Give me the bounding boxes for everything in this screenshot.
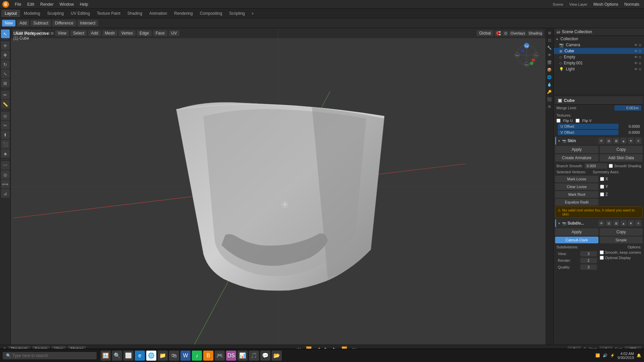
tool-shrink[interactable]: ◎ [1, 170, 10, 179]
tool-loop-cut[interactable]: ⊙ [1, 112, 10, 120]
flip-u-checkbox[interactable] [556, 119, 560, 123]
empty-sel-icon[interactable]: ⊙ [639, 55, 641, 59]
tool-smooth[interactable]: 〰 [1, 161, 10, 170]
tab-texture-paint[interactable]: Texture Paint [94, 10, 124, 17]
viewport[interactable]: Edit Mode ⊞ ⊟ ⊠ View Select Add Mesh Ver… [11, 28, 545, 345]
tool-extrude[interactable]: ⬆ [1, 130, 10, 139]
menu-file[interactable]: File [12, 1, 24, 7]
tool-inset[interactable]: ⬛ [1, 140, 10, 148]
taskbar-search-app[interactable]: 🔍 [112, 351, 122, 361]
rs-icon-5[interactable]: 🎬 [546, 59, 553, 66]
menu-mesh-options[interactable]: Mesh Options [591, 1, 621, 7]
skin-up-btn[interactable]: ▲ [621, 138, 627, 144]
outliner-item-cube[interactable]: ▣ Cube 👁 ⊙ [554, 48, 644, 54]
tool-scale[interactable]: ⤡ [1, 69, 10, 78]
tool-bevel[interactable]: ◈ [1, 149, 10, 158]
clear-loose-btn[interactable]: Clear Loose [555, 183, 598, 190]
tool-shear[interactable]: ⊿ [1, 189, 10, 198]
rs-icon-1[interactable]: ⊞ [546, 29, 553, 36]
subdiv-viewport-btn[interactable]: ⊞ [606, 220, 612, 226]
tab-add[interactable]: + [249, 9, 257, 17]
tool-rotate[interactable]: ↻ [1, 60, 10, 69]
tool-transform[interactable]: ⊞ [1, 79, 10, 87]
tab-sculpting[interactable]: Sculpting [44, 10, 67, 17]
taskbar-other2[interactable]: 📊 [237, 351, 248, 361]
simple-btn[interactable]: Simple [600, 237, 643, 243]
taskbar-spotify[interactable]: ♪ [192, 351, 202, 361]
empty001-sel-icon[interactable]: ⊙ [639, 61, 641, 65]
network-icon[interactable]: 📶 [595, 353, 600, 358]
difference-button[interactable]: Difference [52, 20, 76, 26]
rs-icon-7[interactable]: 🌐 [546, 74, 553, 80]
tab-uv-editing[interactable]: UV Editing [67, 10, 93, 17]
outliner-item-camera[interactable]: 📷 Camera 👁 ⊙ [554, 42, 644, 48]
taskbar-other1[interactable]: 🎮 [215, 351, 225, 361]
menu-help[interactable]: Help [77, 1, 91, 7]
taskbar-other4[interactable]: 💬 [260, 351, 270, 361]
quality-value[interactable]: 3 [580, 264, 597, 270]
y-axis-checkbox[interactable] [600, 185, 604, 189]
rs-icon-10[interactable]: ⬛ [546, 96, 553, 103]
mark-root-btn[interactable]: Mark Root [555, 191, 598, 198]
taskbar-other3[interactable]: 🎵 [249, 351, 259, 361]
subdiv-close-btn[interactable]: ✕ [635, 220, 641, 226]
outliner-item-empty001[interactable]: ◇ Empty.001 👁 ⊙ [554, 60, 644, 66]
rs-icon-2[interactable]: ⊡ [546, 37, 553, 44]
notification-icon[interactable]: 🔔 [637, 353, 641, 358]
rs-icon-11[interactable]: ⚙ [546, 103, 553, 110]
subdiv-apply-btn[interactable]: Apply [555, 228, 598, 236]
tool-measure[interactable]: 📏 [1, 100, 10, 109]
view-value[interactable]: 3 [580, 251, 597, 256]
skin-eye-btn[interactable]: 👁 [598, 138, 604, 144]
skin-close-btn[interactable]: ✕ [635, 138, 641, 144]
cube-sel-icon[interactable]: ⊙ [639, 49, 641, 53]
subdiv-eye-btn[interactable]: 👁 [598, 220, 604, 226]
skin-down-btn[interactable]: ▼ [628, 138, 634, 144]
tool-select[interactable]: ↖ [1, 29, 10, 38]
taskbar-chrome[interactable]: 🌐 [146, 351, 156, 361]
tool-move[interactable]: ✥ [1, 51, 10, 59]
subdiv-down-btn[interactable]: ▼ [628, 220, 634, 226]
new-button[interactable]: New [2, 20, 15, 26]
taskbar-ds[interactable]: DS [226, 351, 236, 361]
menu-window[interactable]: Window [57, 1, 76, 7]
skin-viewport-btn[interactable]: ⊞ [606, 138, 612, 144]
mark-loose-btn[interactable]: Mark Loose [555, 176, 598, 182]
rs-icon-8[interactable]: 💧 [546, 81, 553, 88]
tab-shading[interactable]: Shading [124, 10, 146, 17]
intersect-button[interactable]: Intersect [77, 20, 98, 26]
create-armature-btn[interactable]: Create Armature [555, 154, 598, 162]
taskbar-explorer[interactable]: 🪟 [101, 351, 111, 361]
skin-copy-btn[interactable]: Copy [600, 146, 643, 153]
subdiv-up-btn[interactable]: ▲ [621, 220, 627, 226]
x-axis-checkbox[interactable] [600, 177, 604, 181]
taskbar-files2[interactable]: 📂 [272, 351, 282, 361]
cam-vis-icon[interactable]: 👁 [634, 43, 638, 47]
catmull-clark-btn[interactable]: Catmull-Clark [555, 237, 598, 243]
subdiv-copy-btn[interactable]: Copy [600, 228, 643, 236]
menu-normals[interactable]: Normals [622, 1, 642, 7]
cam-sel-icon[interactable]: ⊙ [639, 43, 641, 47]
smooth-keep-corners-checkbox[interactable] [600, 250, 604, 254]
taskbar-store[interactable]: 🛍 [169, 351, 179, 361]
tool-cursor[interactable]: ✛ [1, 41, 10, 50]
taskbar-edge[interactable]: e [135, 351, 145, 361]
taskbar-search[interactable]: 🔍 [3, 352, 97, 359]
skin-render-btn[interactable]: 🖥 [613, 138, 619, 144]
subdiv-render-btn[interactable]: 🖥 [613, 220, 619, 226]
tab-modeling[interactable]: Modeling [20, 10, 44, 17]
merge-limit-input[interactable] [614, 105, 641, 111]
subtract-button[interactable]: Subtract [31, 20, 51, 26]
z-axis-checkbox[interactable] [600, 192, 604, 196]
tab-compositing[interactable]: Compositing [197, 10, 226, 17]
skin-collapse-icon[interactable]: ▼ [557, 139, 561, 143]
clock[interactable]: 4:02 AM 9/30/2019 [618, 352, 634, 360]
outliner-item-empty[interactable]: ◇ Empty 👁 ⊙ [554, 54, 644, 60]
skin-apply-btn[interactable]: Apply [555, 146, 598, 153]
empty001-vis-icon[interactable]: 👁 [634, 61, 638, 65]
tool-annotate[interactable]: ✏ [1, 90, 10, 99]
tool-knife[interactable]: ✂ [1, 121, 10, 130]
outliner-item-collection[interactable]: ▸ Collection [554, 36, 644, 42]
outliner-item-light[interactable]: 💡 Light 👁 ⊙ [554, 66, 644, 72]
rs-icon-6[interactable]: 📦 [546, 66, 553, 73]
